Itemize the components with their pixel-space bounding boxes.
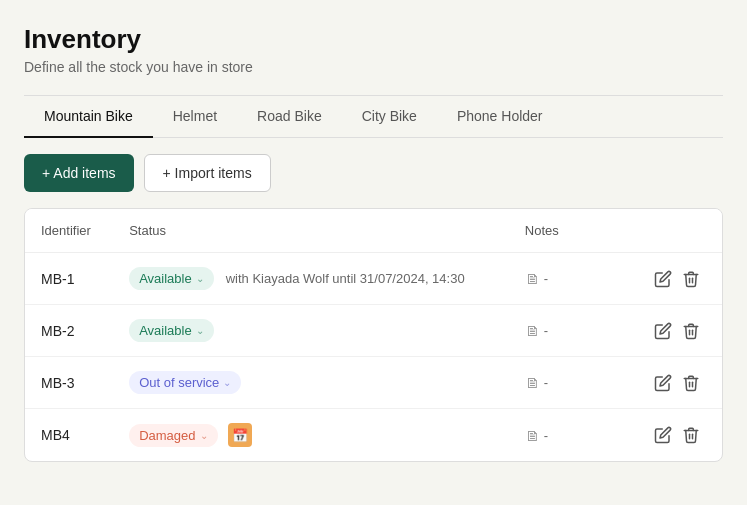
chevron-down-icon: ⌄ xyxy=(223,377,231,388)
table-row: MB-3Out of service ⌄ 🗎 - xyxy=(25,357,722,409)
tab-city-bike[interactable]: City Bike xyxy=(342,96,437,138)
action-icons xyxy=(654,374,706,392)
tab-mountain-bike[interactable]: Mountain Bike xyxy=(24,96,153,138)
add-items-button[interactable]: + Add items xyxy=(24,154,134,192)
note-icon: 🗎 xyxy=(525,270,540,287)
col-identifier: Identifier xyxy=(25,209,113,253)
col-status: Status xyxy=(113,209,509,253)
note-text: - xyxy=(544,375,548,390)
table-row: MB4Damaged ⌄📅 🗎 - xyxy=(25,409,722,462)
chevron-down-icon: ⌄ xyxy=(200,430,208,441)
cell-status: Damaged ⌄📅 xyxy=(113,409,509,462)
status-badge[interactable]: Out of service ⌄ xyxy=(129,371,241,394)
table-header-row: Identifier Status Notes xyxy=(25,209,722,253)
status-badge[interactable]: Damaged ⌄ xyxy=(129,424,217,447)
note-text: - xyxy=(544,323,548,338)
edit-button[interactable] xyxy=(654,270,672,288)
edit-button[interactable] xyxy=(654,322,672,340)
cell-actions xyxy=(638,305,722,357)
toolbar: + Add items + Import items xyxy=(24,154,723,192)
cell-status: Available ⌄with Kiayada Wolf until 31/07… xyxy=(113,253,509,305)
col-notes: Notes xyxy=(509,209,638,253)
action-icons xyxy=(654,426,706,444)
inventory-table-container: Identifier Status Notes MB-1Available ⌄w… xyxy=(24,208,723,462)
cell-identifier: MB-1 xyxy=(25,253,113,305)
status-badge[interactable]: Available ⌄ xyxy=(129,267,214,290)
cell-status: Available ⌄ xyxy=(113,305,509,357)
note-cell: 🗎 - xyxy=(525,427,622,444)
cell-actions xyxy=(638,253,722,305)
cell-notes: 🗎 - xyxy=(509,305,638,357)
chevron-down-icon: ⌄ xyxy=(196,273,204,284)
note-icon: 🗎 xyxy=(525,374,540,391)
inventory-table: Identifier Status Notes MB-1Available ⌄w… xyxy=(25,209,722,461)
tab-road-bike[interactable]: Road Bike xyxy=(237,96,342,138)
delete-button[interactable] xyxy=(682,374,700,392)
cell-identifier: MB4 xyxy=(25,409,113,462)
tab-helmet[interactable]: Helmet xyxy=(153,96,237,138)
cell-status: Out of service ⌄ xyxy=(113,357,509,409)
table-row: MB-2Available ⌄ 🗎 - xyxy=(25,305,722,357)
status-badge[interactable]: Available ⌄ xyxy=(129,319,214,342)
edit-button[interactable] xyxy=(654,374,672,392)
note-text: - xyxy=(544,271,548,286)
delete-button[interactable] xyxy=(682,426,700,444)
tab-phone-holder[interactable]: Phone Holder xyxy=(437,96,563,138)
note-icon: 🗎 xyxy=(525,322,540,339)
cell-actions xyxy=(638,357,722,409)
col-actions xyxy=(638,209,722,253)
chevron-down-icon: ⌄ xyxy=(196,325,204,336)
import-items-button[interactable]: + Import items xyxy=(144,154,271,192)
tab-bar: Mountain Bike Helmet Road Bike City Bike… xyxy=(24,96,723,138)
action-icons xyxy=(654,270,706,288)
note-cell: 🗎 - xyxy=(525,374,622,391)
page-subtitle: Define all the stock you have in store xyxy=(24,59,723,75)
note-cell: 🗎 - xyxy=(525,322,622,339)
cell-notes: 🗎 - xyxy=(509,409,638,462)
cell-identifier: MB-2 xyxy=(25,305,113,357)
calendar-icon[interactable]: 📅 xyxy=(228,423,252,447)
page-title: Inventory xyxy=(24,24,723,55)
note-cell: 🗎 - xyxy=(525,270,622,287)
with-text: with Kiayada Wolf until 31/07/2024, 14:3… xyxy=(226,271,465,286)
cell-notes: 🗎 - xyxy=(509,357,638,409)
note-text: - xyxy=(544,428,548,443)
delete-button[interactable] xyxy=(682,322,700,340)
cell-actions xyxy=(638,409,722,462)
edit-button[interactable] xyxy=(654,426,672,444)
table-row: MB-1Available ⌄with Kiayada Wolf until 3… xyxy=(25,253,722,305)
note-icon: 🗎 xyxy=(525,427,540,444)
cell-identifier: MB-3 xyxy=(25,357,113,409)
cell-notes: 🗎 - xyxy=(509,253,638,305)
action-icons xyxy=(654,322,706,340)
delete-button[interactable] xyxy=(682,270,700,288)
